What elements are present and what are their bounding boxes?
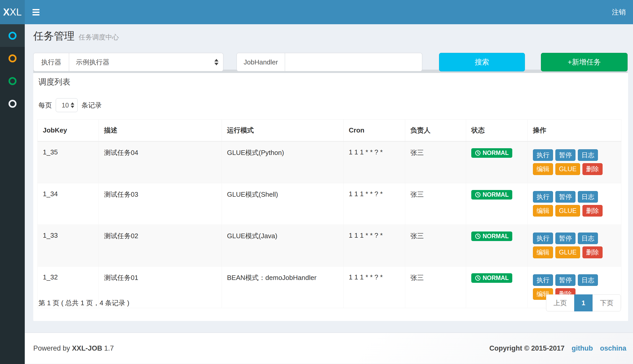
cell-mode: GLUE模式(Java): [222, 225, 344, 267]
col-header-status: 状态: [466, 120, 528, 142]
table-row: 1_34测试任务03GLUE模式(Shell)1 1 1 * * ? *张三NO…: [38, 183, 621, 225]
col-header-cron: Cron: [344, 120, 405, 142]
col-header-mode: 运行模式: [222, 120, 344, 142]
cell-jobkey: 1_33: [38, 225, 99, 267]
run-button[interactable]: 执行: [533, 233, 553, 244]
glue-button[interactable]: GLUE: [555, 246, 580, 258]
table-header-row: JobKey描述运行模式Cron负责人状态操作: [38, 120, 621, 142]
cell-status: NORMAL: [466, 225, 528, 267]
delete-button[interactable]: 删除: [582, 205, 603, 217]
logout-link[interactable]: 注销: [612, 7, 626, 17]
status-badge: NORMAL: [471, 190, 512, 200]
jobhandler-label: JobHandler: [237, 53, 285, 71]
executor-select-value: 示例执行器: [76, 58, 109, 67]
log-button[interactable]: 日志: [578, 149, 598, 161]
content-header: 任务管理任务调度中心: [33, 29, 119, 43]
page-size-prefix: 每页: [38, 101, 52, 110]
delete-button[interactable]: 删除: [582, 246, 603, 258]
job-table: JobKey描述运行模式Cron负责人状态操作 1_35测试任务04GLUE模式…: [37, 119, 621, 308]
navbar-body: 注销: [25, 0, 633, 24]
cell-desc: 测试任务02: [99, 225, 222, 267]
circle-icon: [9, 100, 17, 108]
sidebar-menu-item-1[interactable]: [0, 24, 25, 47]
table-row: 1_33测试任务02GLUE模式(Java)1 1 1 * * ? *张三NOR…: [38, 225, 621, 267]
cell-jobkey: 1_35: [38, 141, 99, 183]
glue-button[interactable]: GLUE: [555, 163, 580, 175]
hamburger-menu-icon[interactable]: [33, 6, 44, 18]
oschina-link[interactable]: oschina: [600, 344, 626, 352]
github-link[interactable]: github: [572, 344, 593, 352]
run-button[interactable]: 执行: [533, 274, 553, 286]
page-size-control: 每页 10 条记录: [38, 98, 102, 112]
next-page-button[interactable]: 下页: [593, 294, 621, 311]
pause-button[interactable]: 暂停: [555, 149, 575, 161]
cell-jobkey: 1_34: [38, 183, 99, 225]
status-badge: NORMAL: [471, 148, 512, 158]
cell-status: NORMAL: [466, 141, 528, 183]
clock-icon: [475, 275, 481, 281]
cell-desc: 测试任务03: [99, 183, 222, 225]
delete-button[interactable]: 删除: [582, 163, 603, 175]
cell-desc: 测试任务04: [99, 141, 222, 183]
powered-by-text: Powered by XXL-JOB 1.7: [33, 344, 114, 352]
add-job-button[interactable]: +新增任务: [541, 53, 628, 71]
prev-page-button[interactable]: 上页: [546, 294, 574, 311]
cell-actions: 执行暂停日志编辑GLUE删除: [528, 141, 621, 183]
select-arrows-icon: [71, 102, 74, 108]
glue-button[interactable]: GLUE: [555, 205, 580, 217]
edit-button[interactable]: 编辑: [533, 205, 553, 217]
run-button[interactable]: 执行: [533, 191, 553, 203]
circle-icon: [9, 54, 17, 62]
powered-prefix: Powered by: [33, 344, 70, 352]
cell-mode: GLUE模式(Shell): [222, 183, 344, 225]
cell-owner: 张三: [405, 225, 466, 267]
executor-select[interactable]: 示例执行器: [69, 53, 223, 71]
pagination-bar: 第 1 页 ( 总共 1 页，4 条记录 ) 上页 1 下页: [38, 294, 621, 311]
sidebar-menu-item-4[interactable]: [0, 92, 25, 115]
search-button[interactable]: 搜索: [439, 53, 525, 71]
col-header-jobkey: JobKey: [38, 120, 99, 142]
status-label: NORMAL: [483, 275, 509, 281]
executor-label: 执行器: [33, 53, 69, 71]
table-row: 1_35测试任务04GLUE模式(Python)1 1 1 * * ? *张三N…: [38, 141, 621, 183]
select-arrows-icon: [214, 59, 218, 65]
page-size-select[interactable]: 10: [56, 98, 78, 112]
log-button[interactable]: 日志: [578, 274, 598, 286]
page-subtitle: 任务调度中心: [79, 33, 119, 41]
top-navbar: XXL 注销: [0, 0, 633, 24]
edit-button[interactable]: 编辑: [533, 163, 553, 175]
sidebar-menu: [0, 24, 25, 364]
cell-owner: 张三: [405, 141, 466, 183]
panel-title: 调度列表: [38, 77, 70, 87]
current-page-button[interactable]: 1: [574, 294, 593, 311]
edit-button[interactable]: 编辑: [533, 246, 553, 258]
pagination-summary: 第 1 页 ( 总共 1 页，4 条记录 ): [38, 299, 129, 308]
app-logo[interactable]: XXL: [0, 0, 25, 24]
cell-actions: 执行暂停日志编辑GLUE删除: [528, 183, 621, 225]
pause-button[interactable]: 暂停: [555, 233, 575, 244]
status-label: NORMAL: [483, 150, 509, 156]
col-header-desc: 描述: [99, 120, 222, 142]
product-name: XXL-JOB: [72, 344, 102, 352]
copyright-text: Copyright © 2015-2017: [489, 344, 565, 352]
cell-cron: 1 1 1 * * ? *: [344, 141, 405, 183]
pause-button[interactable]: 暂停: [555, 274, 575, 286]
logo-bold-text: X: [3, 7, 10, 18]
circle-icon: [9, 77, 17, 85]
log-button[interactable]: 日志: [578, 233, 598, 244]
cell-actions: 执行暂停日志编辑GLUE删除: [528, 225, 621, 267]
schedule-list-panel: 调度列表 每页 10 条记录 JobKey描述运行模式Cron负责人状态操作 1…: [33, 73, 628, 321]
log-button[interactable]: 日志: [578, 191, 598, 203]
cell-owner: 张三: [405, 183, 466, 225]
status-badge: NORMAL: [471, 273, 512, 283]
status-badge: NORMAL: [471, 231, 512, 241]
pause-button[interactable]: 暂停: [555, 191, 575, 203]
cell-cron: 1 1 1 * * ? *: [344, 183, 405, 225]
page-title: 任务管理: [33, 30, 75, 42]
jobhandler-input[interactable]: [285, 53, 422, 71]
sidebar-menu-item-3[interactable]: [0, 70, 25, 92]
clock-icon: [475, 233, 481, 239]
sidebar-menu-item-2[interactable]: [0, 47, 25, 70]
logo-rest-text: XL: [10, 7, 21, 18]
run-button[interactable]: 执行: [533, 149, 553, 161]
